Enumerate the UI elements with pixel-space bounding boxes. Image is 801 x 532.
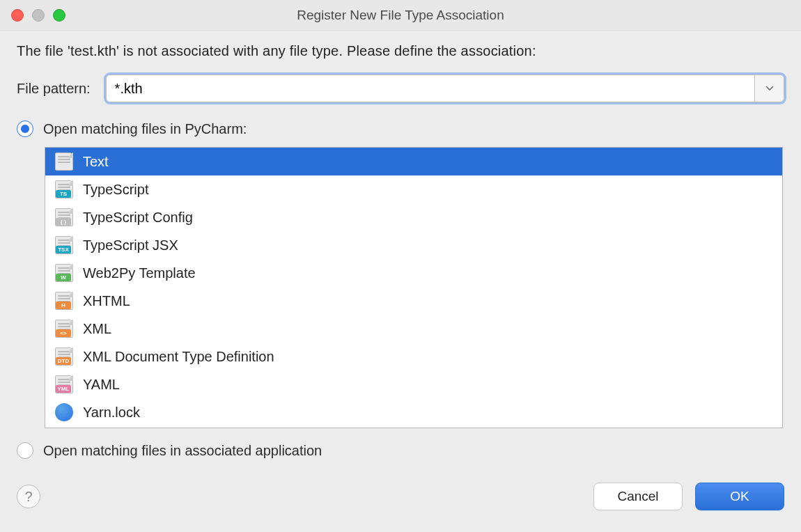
file-type-item[interactable]: Text bbox=[45, 148, 782, 175]
cancel-button[interactable]: Cancel bbox=[593, 483, 683, 510]
radio-button-icon bbox=[17, 120, 33, 137]
dialog-footer: ? Cancel OK bbox=[0, 483, 801, 526]
file-pattern-combobox[interactable] bbox=[106, 75, 784, 102]
file-type-label: Web2Py Template bbox=[83, 265, 196, 281]
help-button[interactable]: ? bbox=[17, 485, 40, 508]
titlebar: Register New File Type Association bbox=[0, 0, 801, 31]
minimize-window-button[interactable] bbox=[32, 9, 45, 22]
chevron-down-icon bbox=[765, 86, 774, 91]
dialog-content: The file 'test.kth' is not associated wi… bbox=[0, 31, 801, 483]
file-type-item[interactable]: Yarn.lock bbox=[45, 398, 782, 426]
file-type-icon: H bbox=[55, 292, 73, 310]
close-window-button[interactable] bbox=[11, 9, 24, 22]
file-type-item[interactable]: TS TypeScript bbox=[45, 175, 782, 203]
file-type-item[interactable]: H XHTML bbox=[45, 287, 782, 315]
ok-button[interactable]: OK bbox=[695, 483, 784, 510]
zoom-window-button[interactable] bbox=[53, 9, 65, 22]
file-type-label: YAML bbox=[83, 377, 120, 393]
file-pattern-dropdown-button[interactable] bbox=[754, 75, 784, 102]
file-pattern-label: File pattern: bbox=[17, 81, 91, 97]
file-type-icon: TS bbox=[55, 180, 73, 198]
file-type-label: XHTML bbox=[83, 293, 130, 309]
file-type-icon bbox=[55, 152, 73, 171]
file-type-label: TypeScript JSX bbox=[83, 237, 178, 253]
file-type-icon: TSX bbox=[55, 236, 73, 254]
option-open-in-associated-app-label: Open matching files in associated applic… bbox=[43, 443, 322, 459]
yarn-icon bbox=[55, 403, 73, 421]
file-type-icon: YML bbox=[55, 375, 73, 393]
file-type-list[interactable]: Text TS TypeScript { } TypeScript Config… bbox=[45, 147, 783, 428]
file-type-item[interactable]: { } TypeScript Config bbox=[45, 203, 782, 231]
option-open-in-pycharm-label: Open matching files in PyCharm: bbox=[43, 121, 247, 137]
window-controls bbox=[11, 9, 65, 22]
file-type-item[interactable]: TSX TypeScript JSX bbox=[45, 231, 782, 259]
option-open-in-associated-app[interactable]: Open matching files in associated applic… bbox=[17, 442, 784, 459]
file-type-label: XML Document Type Definition bbox=[83, 349, 274, 365]
file-type-label: XML bbox=[83, 321, 111, 337]
file-type-icon: { } bbox=[55, 208, 73, 226]
file-type-item[interactable]: <> XML bbox=[45, 315, 782, 343]
file-type-label: Text bbox=[83, 154, 109, 170]
file-pattern-input[interactable] bbox=[107, 75, 754, 102]
file-type-icon: <> bbox=[55, 320, 73, 338]
file-type-icon: W bbox=[55, 264, 73, 282]
file-type-item[interactable]: W Web2Py Template bbox=[45, 259, 782, 287]
file-type-item[interactable]: YML YAML bbox=[45, 370, 782, 398]
file-type-label: TypeScript Config bbox=[83, 210, 193, 226]
file-type-label: TypeScript bbox=[83, 182, 148, 198]
file-type-label: Yarn.lock bbox=[83, 405, 140, 421]
window-title: Register New File Type Association bbox=[297, 8, 504, 23]
option-open-in-pycharm[interactable]: Open matching files in PyCharm: bbox=[17, 120, 784, 137]
file-pattern-row: File pattern: bbox=[17, 75, 784, 102]
file-type-item[interactable]: DTD XML Document Type Definition bbox=[45, 343, 782, 370]
dialog-message: The file 'test.kth' is not associated wi… bbox=[17, 43, 784, 59]
radio-button-icon bbox=[17, 442, 33, 459]
file-type-icon: DTD bbox=[55, 347, 73, 366]
